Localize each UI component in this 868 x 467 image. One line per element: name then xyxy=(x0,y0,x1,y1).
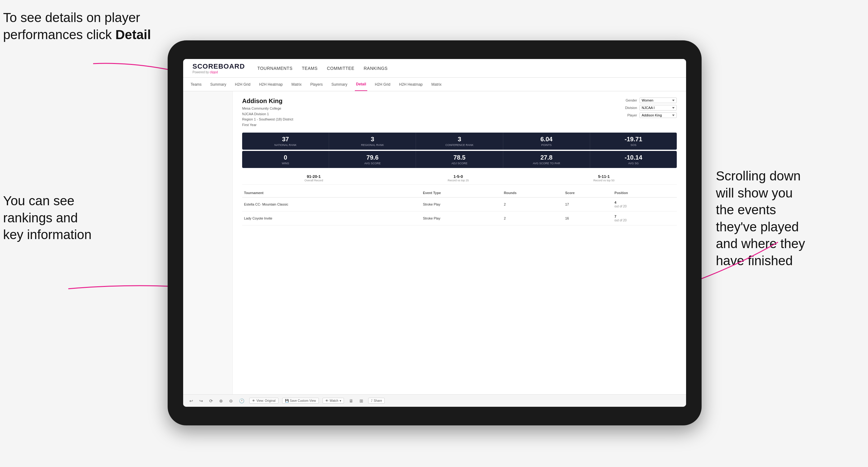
chevron-down-icon: ▾ xyxy=(340,399,341,402)
stat-national-rank-label: National Rank xyxy=(245,144,326,147)
nav-rankings[interactable]: RANKINGS xyxy=(364,66,388,71)
stat-regional-rank: 3 Regional Rank xyxy=(329,132,416,150)
stat-wins-label: Wins xyxy=(245,162,326,165)
annotation-right: Scrolling down will show you the events … xyxy=(716,168,865,270)
bottom-toolbar: ↩ ↪ ⟳ ⊕ ⊖ 🕐 👁 View: Original 💾 Save Cust… xyxy=(183,394,686,407)
stat-wins: 0 Wins xyxy=(242,151,329,168)
record-top25-label: Record vs top 25 xyxy=(448,179,469,182)
stat-points: 6.04 Points xyxy=(503,132,590,150)
table-row: Lady Coyote Invite Stroke Play 2 16 7 ou… xyxy=(242,212,677,225)
redo-button[interactable]: ↪ xyxy=(198,398,204,403)
sub-nav: Teams Summary H2H Grid H2H Heatmap Matri… xyxy=(183,77,686,91)
cell-position-2: 7 out of 20 xyxy=(613,212,677,225)
stat-regional-rank-value: 3 xyxy=(332,136,413,143)
share-button[interactable]: ⤴ Share xyxy=(368,398,385,404)
left-panel xyxy=(183,91,233,394)
watch-button[interactable]: 👁 Watch ▾ xyxy=(322,398,344,404)
share-icon: ⤴ xyxy=(371,399,373,402)
tab-player-matrix[interactable]: Matrix xyxy=(430,77,443,91)
stat-points-label: Points xyxy=(506,144,587,147)
record-top25-value: 1-5-0 xyxy=(448,174,469,179)
tab-h2h-heatmap[interactable]: H2H Heatmap xyxy=(258,77,284,91)
view-original-button[interactable]: 👁 View: Original xyxy=(249,398,278,404)
stat-conference-rank-value: 3 xyxy=(418,136,500,143)
stat-avg-score-par-value: 27.8 xyxy=(506,154,587,161)
annotation-top-left: To see details on player performances cl… xyxy=(3,9,152,43)
player-region: Region 1 - Southwest (18) District xyxy=(242,117,293,122)
col-tournament: Tournament xyxy=(242,188,421,197)
player-filters: Gender Women Men Division NJCAA I NJCAA … xyxy=(625,97,677,118)
stat-avg-score: 79.6 Avg Score xyxy=(329,151,416,168)
stat-national-rank: 37 National Rank xyxy=(242,132,329,150)
cell-tournament-2: Lady Coyote Invite xyxy=(242,212,421,225)
save-custom-view-button[interactable]: 💾 Save Custom View xyxy=(282,398,319,404)
filter-gender-select[interactable]: Women Men xyxy=(640,97,677,103)
logo-area: SCOREBOARD Powered by clippd xyxy=(192,62,245,74)
record-top50: 5-11-1 Record vs top 50 xyxy=(593,174,614,182)
save-icon: 💾 xyxy=(285,399,289,402)
stat-conference-rank: 3 Conference Rank xyxy=(416,132,503,150)
zoom-button[interactable]: ⊕ xyxy=(218,398,224,403)
stat-avg-score-par-label: Avg Score to Par xyxy=(506,162,587,165)
stat-sos-label: SoS xyxy=(593,144,674,147)
stat-sos-value: -19.71 xyxy=(593,136,674,143)
filter-player-row: Player Addison King xyxy=(627,113,677,118)
filter-player-select[interactable]: Addison King xyxy=(640,113,677,118)
monitor-icon[interactable]: 🖥 xyxy=(348,398,354,403)
stat-avg-sg-label: Avg SG xyxy=(593,162,674,165)
grid-icon[interactable]: ⊞ xyxy=(358,398,365,403)
tab-detail[interactable]: Detail xyxy=(355,77,368,91)
table-header-row: Tournament Event Type Rounds Score Posit… xyxy=(242,188,677,197)
undo-button[interactable]: ↩ xyxy=(188,398,194,403)
tab-summary[interactable]: Summary xyxy=(209,77,227,91)
col-rounds: Rounds xyxy=(502,188,563,197)
tournament-table: Tournament Event Type Rounds Score Posit… xyxy=(242,188,677,225)
player-header: Addison King Mesa Community College NJCA… xyxy=(242,97,677,128)
stat-sos: -19.71 SoS xyxy=(590,132,677,150)
filter-division-row: Division NJCAA I NJCAA II xyxy=(625,105,677,111)
cell-score-2: 16 xyxy=(563,212,613,225)
stat-conference-rank-label: Conference Rank xyxy=(418,144,500,147)
record-overall-value: 91-20-1 xyxy=(305,174,323,179)
record-overall-label: Overall Record xyxy=(305,179,323,182)
minus-button[interactable]: ⊖ xyxy=(228,398,234,403)
logo-powered: Powered by clippd xyxy=(192,70,245,74)
logo-scoreboard: SCOREBOARD xyxy=(192,62,245,70)
cell-score-1: 17 xyxy=(563,197,613,212)
record-overall: 91-20-1 Overall Record xyxy=(305,174,323,182)
nav-tournaments[interactable]: TOURNAMENTS xyxy=(257,66,292,71)
nav-committee[interactable]: COMMITTEE xyxy=(327,66,354,71)
filter-gender-row: Gender Women Men xyxy=(625,97,677,103)
stat-wins-value: 0 xyxy=(245,154,326,161)
col-score: Score xyxy=(563,188,613,197)
col-position: Position xyxy=(613,188,677,197)
tab-player-h2h-heatmap[interactable]: H2H Heatmap xyxy=(398,77,424,91)
view-icon: 👁 xyxy=(252,399,255,402)
tab-matrix[interactable]: Matrix xyxy=(290,77,303,91)
player-school: Mesa Community College xyxy=(242,106,293,112)
refresh-button[interactable]: ⟳ xyxy=(208,398,214,403)
tab-player-summary[interactable]: Summary xyxy=(330,77,348,91)
stat-adj-score: 78.5 Adj Score xyxy=(416,151,503,168)
stat-adj-score-label: Adj Score xyxy=(418,162,500,165)
cell-tournament-1: Estella CC- Mountain Classic xyxy=(242,197,421,212)
stat-avg-score-label: Avg Score xyxy=(332,162,413,165)
stat-regional-rank-label: Regional Rank xyxy=(332,144,413,147)
stat-national-rank-value: 37 xyxy=(245,136,326,143)
tablet-screen: SCOREBOARD Powered by clippd TOURNAMENTS… xyxy=(183,59,686,407)
filter-division-label: Division xyxy=(625,106,637,110)
watch-icon: 👁 xyxy=(326,399,329,402)
tab-h2h-grid[interactable]: H2H Grid xyxy=(234,77,252,91)
tab-teams[interactable]: Teams xyxy=(189,77,203,91)
filter-division-select[interactable]: NJCAA I NJCAA II xyxy=(640,105,677,111)
player-info: Addison King Mesa Community College NJCA… xyxy=(242,97,293,128)
nav-teams[interactable]: TEAMS xyxy=(302,66,318,71)
tab-players[interactable]: Players xyxy=(309,77,324,91)
record-top25: 1-5-0 Record vs top 25 xyxy=(448,174,469,182)
col-event-type: Event Type xyxy=(421,188,502,197)
annotation-bottom-left: You can see rankings and key information xyxy=(3,192,133,243)
content-area[interactable]: Addison King Mesa Community College NJCA… xyxy=(233,91,686,394)
clock-button[interactable]: 🕐 xyxy=(238,398,246,403)
stat-avg-score-par: 27.8 Avg Score to Par xyxy=(503,151,590,168)
tab-player-h2h-grid[interactable]: H2H Grid xyxy=(373,77,392,91)
